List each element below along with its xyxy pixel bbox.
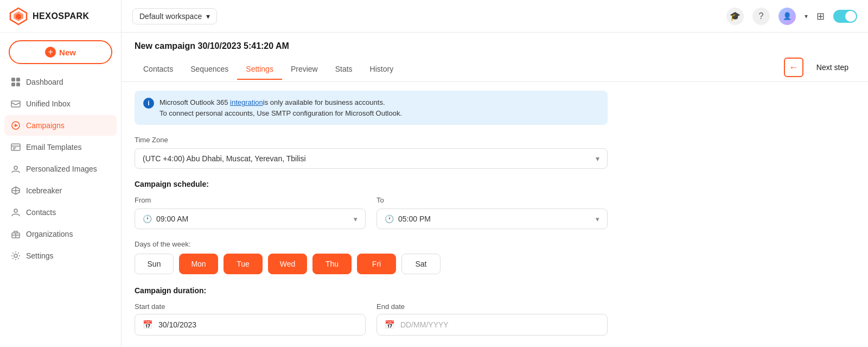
personalized-images-icon xyxy=(11,164,21,174)
sidebar-item-settings[interactable]: Settings xyxy=(4,245,117,266)
dashboard-icon xyxy=(11,77,21,87)
start-date-value: 30/10/2023 xyxy=(158,320,196,329)
sidebar-item-label: Personalized Images xyxy=(26,165,97,173)
info-banner: i Microsoft Outlook 365 integrationis on… xyxy=(135,91,608,125)
sidebar-item-dashboard[interactable]: Dashboard xyxy=(4,72,117,92)
main-area: Default workspace ▾ 🎓 ? 👤 ▾ ⊞ New campai… xyxy=(122,0,868,347)
apps-icon[interactable]: ⊞ xyxy=(816,10,825,22)
end-date-input[interactable]: 📅 DD/MM/YYYY xyxy=(376,314,608,336)
to-time-select[interactable]: 🕐 05:00 PM ▾ xyxy=(376,209,608,229)
tab-actions: ← Next step xyxy=(784,58,855,81)
start-date-input[interactable]: 📅 30/10/2023 xyxy=(135,314,366,336)
back-button[interactable]: ← xyxy=(784,58,803,77)
avatar-chevron-icon: ▾ xyxy=(805,12,808,20)
sidebar-item-organizations[interactable]: Organizations xyxy=(4,224,117,244)
workspace-selector[interactable]: Default workspace ▾ xyxy=(132,8,217,24)
icebreaker-icon xyxy=(11,186,21,195)
day-btn-tue[interactable]: Tue xyxy=(224,254,263,274)
next-step-button[interactable]: Next step xyxy=(810,59,855,76)
workspace-chevron-icon: ▾ xyxy=(206,12,210,21)
email-templates-icon xyxy=(11,142,21,152)
days-label: Days of the week: xyxy=(135,240,608,248)
inbox-icon xyxy=(11,99,21,109)
to-field: To 🕐 05:00 PM ▾ xyxy=(376,196,608,229)
info-text: Microsoft Outlook 365 integrationis only… xyxy=(159,97,402,118)
from-time-value: 09:00 AM xyxy=(156,214,349,223)
settings-icon xyxy=(11,251,21,261)
day-btn-thu[interactable]: Thu xyxy=(312,254,352,274)
sidebar-item-personalized-images[interactable]: Personalized Images xyxy=(4,159,117,179)
info-line1-suffix: is only available for business accounts. xyxy=(263,98,385,106)
day-btn-sat[interactable]: Sat xyxy=(401,254,441,274)
new-button[interactable]: + New xyxy=(9,40,112,64)
campaign-title: New campaign 30/10/2023 5:41:20 AM xyxy=(135,41,855,51)
from-time-select[interactable]: 🕐 09:00 AM ▾ xyxy=(135,209,366,229)
svg-rect-5 xyxy=(11,83,15,86)
svg-point-22 xyxy=(14,254,17,257)
end-date-placeholder: DD/MM/YYYY xyxy=(400,320,449,329)
to-label: To xyxy=(376,196,608,204)
topbar: Default workspace ▾ 🎓 ? 👤 ▾ ⊞ xyxy=(122,0,868,33)
tab-stats[interactable]: Stats xyxy=(327,59,361,80)
time-row: From 🕐 09:00 AM ▾ To 🕐 05:00 PM ▾ xyxy=(135,196,608,229)
sidebar-item-label: Dashboard xyxy=(26,78,63,86)
day-btn-wed[interactable]: Wed xyxy=(268,254,307,274)
new-button-label: New xyxy=(59,48,76,57)
sidebar-item-label: Contacts xyxy=(26,208,56,217)
sidebar-item-label: Email Templates xyxy=(26,143,81,152)
info-icon: i xyxy=(143,98,154,109)
sidebar-item-label: Unified Inbox xyxy=(26,99,71,108)
from-field: From 🕐 09:00 AM ▾ xyxy=(135,196,366,229)
app-name: HEXOSPARK xyxy=(33,11,90,21)
sidebar-nav: Dashboard Unified Inbox Campaigns xyxy=(0,72,121,347)
workspace-label: Default workspace xyxy=(139,12,202,21)
settings-body: i Microsoft Outlook 365 integrationis on… xyxy=(122,82,621,344)
timezone-select[interactable]: (UTC +4:00) Abu Dhabi, Muscat, Yerevan, … xyxy=(135,148,608,169)
to-time-value: 05:00 PM xyxy=(398,214,591,223)
info-line1-prefix: Microsoft Outlook 365 xyxy=(159,98,230,106)
sidebar-item-icebreaker[interactable]: Icebreaker xyxy=(4,180,117,201)
days-row: Sun Mon Tue Wed Thu Fri Sat xyxy=(135,254,608,274)
graduation-icon[interactable]: 🎓 xyxy=(726,8,744,25)
tab-history[interactable]: History xyxy=(361,59,403,80)
svg-point-18 xyxy=(14,209,17,212)
svg-rect-4 xyxy=(16,78,20,81)
toggle-switch[interactable] xyxy=(833,10,857,23)
svg-rect-3 xyxy=(11,78,15,81)
campaign-tabs: Contacts Sequences Settings Preview Stat… xyxy=(135,59,402,80)
clock-icon-to: 🕐 xyxy=(385,214,394,223)
tab-settings[interactable]: Settings xyxy=(237,59,282,80)
back-arrow-icon: ← xyxy=(789,62,799,73)
to-chevron-icon: ▾ xyxy=(596,215,599,223)
info-link[interactable]: integration xyxy=(230,98,263,106)
svg-point-14 xyxy=(14,166,17,169)
end-date-label: End date xyxy=(376,302,608,311)
sidebar-item-campaigns[interactable]: Campaigns xyxy=(4,115,117,136)
sidebar-item-label: Campaigns xyxy=(26,121,65,130)
day-btn-fri[interactable]: Fri xyxy=(357,254,396,274)
end-date-field: End date 📅 DD/MM/YYYY xyxy=(376,302,608,336)
svg-rect-6 xyxy=(16,83,20,86)
sidebar-item-label: Settings xyxy=(26,251,54,260)
contacts-icon xyxy=(11,207,21,217)
help-icon[interactable]: ? xyxy=(752,8,770,25)
clock-icon-from: 🕐 xyxy=(143,214,152,223)
avatar[interactable]: 👤 xyxy=(778,8,796,25)
schedule-title: Campaign schedule: xyxy=(135,180,608,188)
sidebar-item-contacts[interactable]: Contacts xyxy=(4,202,117,223)
sidebar-item-label: Organizations xyxy=(26,230,73,238)
date-row: Start date 📅 30/10/2023 End date 📅 DD/MM… xyxy=(135,302,608,336)
sidebar: HEXOSPARK + New Dashboard Unified Inbox xyxy=(0,0,122,347)
svg-marker-9 xyxy=(15,124,18,127)
sidebar-item-unified-inbox[interactable]: Unified Inbox xyxy=(4,93,117,114)
sidebar-item-email-templates[interactable]: Email Templates xyxy=(4,137,117,157)
day-btn-mon[interactable]: Mon xyxy=(179,254,218,274)
start-date-field: Start date 📅 30/10/2023 xyxy=(135,302,366,336)
tab-sequences[interactable]: Sequences xyxy=(182,59,237,80)
day-btn-sun[interactable]: Sun xyxy=(135,254,174,274)
plus-icon: + xyxy=(45,47,56,58)
tab-contacts[interactable]: Contacts xyxy=(135,59,182,80)
tab-preview[interactable]: Preview xyxy=(282,59,327,80)
topbar-right: 🎓 ? 👤 ▾ ⊞ xyxy=(726,8,857,25)
from-chevron-icon: ▾ xyxy=(354,215,358,223)
